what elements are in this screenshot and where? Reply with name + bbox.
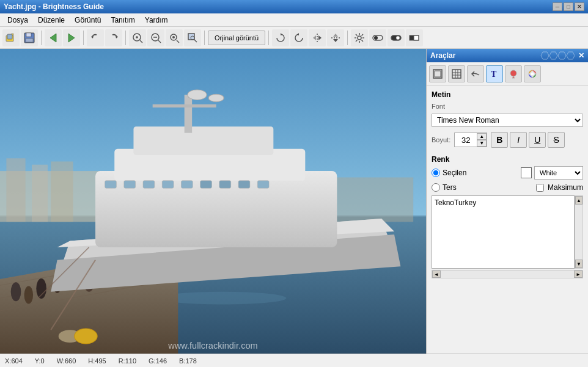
menu-duzenle[interactable]: Düzenle (33, 15, 70, 26)
text-tool-button[interactable]: T (486, 65, 503, 82)
adjust2-button[interactable] (388, 29, 405, 46)
save-button[interactable] (21, 29, 38, 46)
rotate-ccw-button[interactable] (290, 29, 307, 46)
svg-rect-76 (105, 181, 117, 188)
redo-button[interactable] (105, 29, 122, 46)
svg-rect-71 (133, 126, 273, 155)
minimize-button[interactable]: ─ (553, 2, 562, 11)
scroll-down-button[interactable]: ▼ (575, 260, 582, 268)
zoom-in-button[interactable] (129, 29, 146, 46)
flip-v-button[interactable] (327, 29, 344, 46)
status-r: R:110 (119, 357, 136, 365)
spin-down-button[interactable]: ▼ (477, 140, 487, 147)
settings-button[interactable] (351, 29, 368, 46)
svg-rect-95 (452, 70, 461, 78)
renk-label: Renk (432, 155, 583, 164)
svg-line-13 (140, 40, 142, 43)
menu-yardim[interactable]: Yardım (140, 15, 173, 26)
svg-point-75 (208, 94, 224, 101)
maksimum-label: Maksimum (548, 183, 583, 192)
svg-rect-84 (257, 181, 269, 188)
secilen-row: Seçilen White (432, 166, 583, 180)
bold-button[interactable]: B (491, 132, 508, 148)
svg-marker-27 (318, 35, 322, 40)
maksimum-checkbox[interactable] (536, 184, 544, 192)
forward-button[interactable] (63, 29, 80, 46)
adjust3-button[interactable] (406, 29, 423, 46)
color-select-wrap: White (521, 166, 583, 180)
hex-decoration (538, 50, 575, 61)
svg-rect-4 (26, 33, 31, 37)
svg-rect-45 (6, 158, 25, 222)
flip-h-button[interactable] (309, 29, 326, 46)
status-w: W:660 (57, 357, 76, 365)
scroll-right-button[interactable]: ► (574, 271, 582, 278)
close-button[interactable]: ✕ (575, 2, 584, 11)
status-g: G:146 (149, 357, 167, 365)
renk-section: Renk Seçilen White (432, 155, 583, 192)
svg-marker-29 (333, 34, 338, 37)
color-select[interactable]: White (534, 166, 583, 180)
undo-button[interactable] (87, 29, 104, 46)
title-bar: Yacht.jpg - Brightness Guide ─ □ ✕ (0, 0, 588, 13)
secilen-radio[interactable] (432, 169, 440, 177)
zoom-region-button[interactable] (184, 29, 201, 46)
original-view-button[interactable]: Orjinal görüntü (208, 31, 265, 45)
separator-2 (83, 31, 84, 45)
svg-rect-79 (162, 181, 174, 188)
svg-rect-73 (153, 104, 216, 107)
zoom-out-button[interactable] (147, 29, 164, 46)
svg-marker-90 (549, 52, 557, 59)
spin-up-button[interactable]: ▲ (477, 133, 487, 140)
svg-point-104 (531, 72, 534, 75)
font-label: Font (432, 103, 583, 110)
open-button[interactable] (2, 29, 20, 46)
italic-button[interactable]: I (510, 132, 527, 148)
svg-line-19 (177, 40, 179, 43)
separator-5 (268, 31, 269, 45)
adjust1-button[interactable] (369, 29, 386, 46)
font-select[interactable]: Times New Roman (432, 114, 583, 127)
svg-rect-94 (435, 71, 441, 77)
main-area: www.fullcrackindir.com Araçlar ✕ (0, 49, 588, 354)
ters-radio[interactable] (432, 183, 440, 192)
svg-point-18 (172, 36, 175, 38)
svg-point-58 (36, 278, 46, 299)
image-canvas[interactable]: www.fullcrackindir.com (0, 49, 426, 354)
panel-close-button[interactable]: ✕ (578, 51, 584, 60)
maksimum-row: Maksimum (536, 183, 583, 192)
color-pick-tool-button[interactable] (505, 65, 522, 82)
size-input[interactable] (455, 133, 477, 147)
color-wheel-tool-button[interactable] (524, 65, 541, 82)
strikethrough-button[interactable]: S (548, 132, 565, 148)
horizontal-scrollbar: ◄ ► (432, 270, 583, 278)
style-buttons: B I U S (491, 132, 565, 148)
svg-rect-80 (181, 181, 193, 188)
svg-point-74 (188, 90, 207, 100)
side-panel: Araçlar ✕ (426, 49, 588, 354)
maximize-button[interactable]: □ (564, 2, 573, 11)
text-area-container: TeknoTurkey ▲ ▼ (432, 195, 583, 269)
svg-marker-30 (333, 39, 338, 42)
svg-rect-81 (200, 181, 212, 188)
svg-rect-37 (414, 35, 419, 40)
scroll-left-button[interactable]: ◄ (432, 271, 441, 278)
frame-tool-button[interactable] (429, 65, 446, 82)
main-toolbar: Orjinal görüntü (0, 27, 588, 49)
scroll-up-button[interactable]: ▲ (575, 196, 582, 205)
menu-goruntu[interactable]: Görüntü (70, 15, 106, 26)
back-button[interactable] (45, 29, 62, 46)
back-tool-button[interactable] (467, 65, 484, 82)
svg-rect-82 (219, 181, 231, 188)
separator-3 (125, 31, 126, 45)
underline-button[interactable]: U (529, 132, 546, 148)
menu-dosya[interactable]: Dosya (2, 15, 33, 26)
svg-marker-92 (567, 52, 575, 59)
zoom-fit-button[interactable] (166, 29, 183, 46)
svg-rect-47 (51, 161, 73, 222)
text-editor[interactable]: TeknoTurkey (432, 195, 575, 269)
rotate-cw-button[interactable] (272, 29, 289, 46)
grid-tool-button[interactable] (448, 65, 465, 82)
menu-tanitim[interactable]: Tanıtım (106, 15, 139, 26)
boyut-label: Boyut: (432, 136, 450, 144)
